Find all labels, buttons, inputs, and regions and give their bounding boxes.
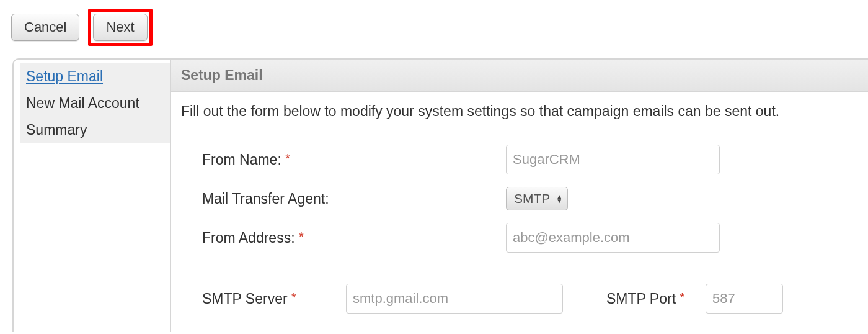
main-panel: Setup Email Fill out the form below to m…: [170, 58, 868, 332]
smtp-server-label: SMTP Server *: [202, 291, 346, 307]
select-arrows-icon: ▲▼: [556, 194, 562, 203]
panel-description: Fill out the form below to modify your s…: [171, 92, 868, 138]
from-address-input[interactable]: [506, 223, 720, 253]
smtp-port-label: SMTP Port *: [563, 291, 706, 307]
toolbar: Cancel Next: [0, 0, 868, 52]
smtp-server-input[interactable]: [346, 284, 563, 314]
required-marker: *: [680, 291, 684, 304]
sidebar-item-setup-email[interactable]: Setup Email: [20, 63, 170, 90]
from-address-label: From Address: *: [202, 230, 506, 246]
sidebar: Setup Email New Mail Account Summary: [12, 58, 170, 332]
sidebar-item-new-mail-account[interactable]: New Mail Account: [20, 90, 170, 117]
from-name-input[interactable]: [506, 145, 720, 174]
from-name-label: From Name: *: [202, 151, 506, 168]
cancel-button[interactable]: Cancel: [11, 14, 79, 41]
required-marker: *: [299, 230, 304, 243]
form-row-from-address: From Address: *: [202, 217, 858, 259]
form-row-smtp: SMTP Server * SMTP Port *: [202, 259, 858, 320]
required-marker: *: [291, 291, 296, 304]
content-wrap: Setup Email New Mail Account Summary Set…: [12, 58, 868, 332]
sidebar-item-summary[interactable]: Summary: [20, 117, 170, 143]
next-button[interactable]: Next: [93, 14, 147, 41]
form: From Name: * Mail Transfer Agent: SMTP ▲…: [171, 138, 868, 332]
panel-title: Setup Email: [171, 60, 868, 92]
highlight-box: Next: [88, 9, 152, 46]
required-marker: *: [285, 151, 290, 165]
mta-select-value: SMTP: [514, 191, 550, 206]
smtp-port-input[interactable]: [706, 284, 783, 314]
mta-label: Mail Transfer Agent:: [202, 191, 506, 207]
mta-select[interactable]: SMTP ▲▼: [506, 187, 568, 210]
form-row-from-name: From Name: *: [202, 138, 858, 181]
form-row-mta: Mail Transfer Agent: SMTP ▲▼: [202, 181, 858, 217]
